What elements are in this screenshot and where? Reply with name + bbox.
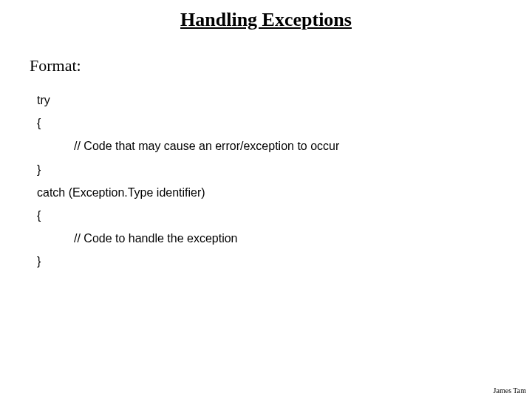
slide: Handling Exceptions Format: try { // Cod… — [0, 0, 532, 399]
code-line: { — [37, 204, 532, 227]
code-line: } — [37, 158, 532, 181]
code-line: catch (Exception.Type identifier) — [37, 181, 532, 204]
code-line: { — [37, 112, 532, 134]
code-line-comment: // Code to handle the exception — [37, 227, 532, 250]
code-block: try { // Code that may cause an error/ex… — [37, 89, 532, 273]
slide-title: Handling Exceptions — [0, 0, 532, 31]
code-line-comment: // Code that may cause an error/exceptio… — [37, 134, 532, 157]
code-line: } — [37, 250, 532, 273]
footer-author: James Tam — [494, 386, 526, 395]
code-line: try — [37, 89, 532, 112]
format-label: Format: — [30, 56, 532, 75]
